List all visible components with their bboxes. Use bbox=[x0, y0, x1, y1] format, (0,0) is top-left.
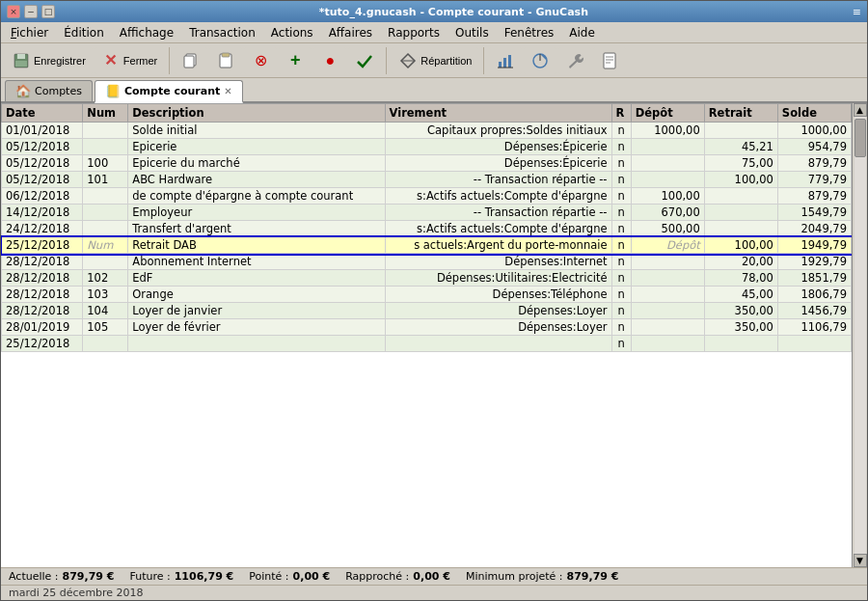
cell-virement[interactable]: Dépenses:Utilitaires:Electricité bbox=[385, 270, 611, 287]
cell-num[interactable]: 102 bbox=[83, 270, 128, 287]
cell-solde[interactable]: 779,79 bbox=[777, 172, 851, 188]
cell-date[interactable]: 25/12/2018 bbox=[2, 336, 83, 352]
cell-solde[interactable]: 1000,00 bbox=[777, 123, 851, 139]
cell-num[interactable]: 104 bbox=[83, 303, 128, 319]
table-row[interactable]: 05/12/2018 Epicerie Dépenses:Épicerie n … bbox=[2, 139, 852, 155]
table-row[interactable]: 14/12/2018 Employeur -- Transaction répa… bbox=[2, 205, 852, 221]
cell-virement[interactable]: s:Actifs actuels:Compte d'épargne bbox=[385, 188, 611, 205]
cell-desc[interactable]: Employeur bbox=[128, 205, 385, 221]
cell-solde[interactable]: 879,79 bbox=[777, 188, 851, 205]
cell-r[interactable]: n bbox=[611, 123, 631, 139]
cell-virement[interactable]: s actuels:Argent du porte-monnaie bbox=[385, 237, 611, 254]
menu-transaction[interactable]: Transaction bbox=[181, 24, 263, 41]
cell-num[interactable] bbox=[83, 205, 128, 221]
cell-desc[interactable]: ABC Hardware bbox=[128, 172, 385, 188]
cell-num[interactable]: Num bbox=[83, 237, 128, 254]
cell-depot[interactable] bbox=[631, 270, 704, 287]
cell-desc[interactable]: Epicerie bbox=[128, 139, 385, 155]
cell-retrait[interactable]: 45,00 bbox=[704, 287, 777, 303]
menu-rapports[interactable]: Rapports bbox=[380, 24, 448, 41]
cell-desc[interactable]: Abonnement Internet bbox=[128, 254, 385, 270]
table-row[interactable]: 28/12/2018 Abonnement Internet Dépenses:… bbox=[2, 254, 852, 270]
cell-solde[interactable]: 2049,79 bbox=[777, 221, 851, 237]
cell-retrait[interactable]: 100,00 bbox=[704, 172, 777, 188]
table-row[interactable]: 28/12/2018 103 Orange Dépenses:Téléphone… bbox=[2, 287, 852, 303]
toolbar-btn-copy[interactable] bbox=[175, 47, 207, 74]
scroll-thumb[interactable] bbox=[854, 119, 866, 157]
cell-num[interactable] bbox=[83, 336, 128, 352]
cell-solde[interactable]: 1949,79 bbox=[777, 237, 851, 254]
menu-fenetres[interactable]: Fenêtres bbox=[497, 24, 562, 41]
tab-comptes[interactable]: 🏠 Comptes bbox=[5, 80, 93, 101]
table-row[interactable]: 25/12/2018 n bbox=[2, 336, 852, 352]
cell-retrait[interactable] bbox=[704, 221, 777, 237]
cell-virement[interactable]: Dépenses:Téléphone bbox=[385, 287, 611, 303]
tab-close-icon[interactable]: ✕ bbox=[224, 86, 231, 96]
cell-depot[interactable] bbox=[631, 303, 704, 319]
table-row[interactable]: 01/01/2018 Solde initial Capitaux propre… bbox=[2, 123, 852, 139]
table-row[interactable]: 05/12/2018 100 Epicerie du marché Dépens… bbox=[2, 155, 852, 172]
scrollbar[interactable]: ▲ ▼ bbox=[852, 103, 867, 567]
menu-outils[interactable]: Outils bbox=[448, 24, 497, 41]
cell-num[interactable] bbox=[83, 188, 128, 205]
toolbar-btn-chart1[interactable] bbox=[489, 47, 522, 74]
cell-solde[interactable]: 1806,79 bbox=[777, 287, 851, 303]
scroll-down-btn[interactable]: ▼ bbox=[854, 554, 867, 567]
cell-desc[interactable]: de compte d'épargne à compte courant bbox=[128, 188, 385, 205]
cell-num[interactable]: 101 bbox=[83, 172, 128, 188]
cell-desc[interactable]: Loyer de janvier bbox=[128, 303, 385, 319]
cell-retrait[interactable] bbox=[704, 205, 777, 221]
cell-num[interactable] bbox=[83, 123, 128, 139]
toolbar-btn-add[interactable]: + bbox=[279, 47, 312, 74]
toolbar-btn-chart2[interactable] bbox=[524, 47, 556, 74]
toolbar-btn-paste[interactable] bbox=[209, 47, 242, 74]
cell-r[interactable]: n bbox=[611, 221, 631, 237]
cell-desc[interactable]: Transfert d'argent bbox=[128, 221, 385, 237]
cell-virement[interactable] bbox=[385, 336, 611, 352]
cell-date[interactable]: 06/12/2018 bbox=[2, 188, 83, 205]
cell-desc[interactable]: Orange bbox=[128, 287, 385, 303]
cell-r[interactable]: n bbox=[611, 188, 631, 205]
cell-retrait[interactable]: 350,00 bbox=[704, 319, 777, 336]
cell-depot[interactable] bbox=[631, 172, 704, 188]
cell-desc[interactable] bbox=[128, 336, 385, 352]
cell-r[interactable]: n bbox=[611, 139, 631, 155]
window-max-btn[interactable]: □ bbox=[41, 5, 55, 18]
menu-affaires[interactable]: Affaires bbox=[321, 24, 380, 41]
cell-retrait[interactable]: 78,00 bbox=[704, 270, 777, 287]
cell-solde[interactable]: 1851,79 bbox=[777, 270, 851, 287]
cell-r[interactable]: n bbox=[611, 319, 631, 336]
cell-desc[interactable]: Loyer de février bbox=[128, 319, 385, 336]
table-row[interactable]: 28/12/2018 102 EdF Dépenses:Utilitaires:… bbox=[2, 270, 852, 287]
cell-num[interactable] bbox=[83, 139, 128, 155]
cell-num[interactable] bbox=[83, 221, 128, 237]
cell-date[interactable]: 05/12/2018 bbox=[2, 139, 83, 155]
repartition-button[interactable]: Répartition bbox=[392, 47, 478, 74]
window-close-btn[interactable]: × bbox=[7, 5, 20, 18]
cell-virement[interactable]: Dépenses:Épicerie bbox=[385, 139, 611, 155]
cell-retrait[interactable]: 75,00 bbox=[704, 155, 777, 172]
cell-desc[interactable]: Solde initial bbox=[128, 123, 385, 139]
cell-retrait[interactable] bbox=[704, 188, 777, 205]
cell-virement[interactable]: Dépenses:Internet bbox=[385, 254, 611, 270]
cell-solde[interactable]: 1106,79 bbox=[777, 319, 851, 336]
menu-affichage[interactable]: Affichage bbox=[112, 24, 181, 41]
cell-r[interactable]: n bbox=[611, 270, 631, 287]
close-button[interactable]: ✕ Fermer bbox=[95, 47, 164, 74]
cell-date[interactable]: 28/12/2018 bbox=[2, 303, 83, 319]
table-row[interactable]: 06/12/2018 de compte d'épargne à compte … bbox=[2, 188, 852, 205]
save-button[interactable]: Enregistrer bbox=[5, 47, 93, 74]
cell-solde[interactable]: 1456,79 bbox=[777, 303, 851, 319]
cell-retrait[interactable]: 45,21 bbox=[704, 139, 777, 155]
cell-virement[interactable]: Dépenses:Loyer bbox=[385, 319, 611, 336]
cell-virement[interactable]: -- Transaction répartie -- bbox=[385, 172, 611, 188]
cell-virement[interactable]: s:Actifs actuels:Compte d'épargne bbox=[385, 221, 611, 237]
cell-date[interactable]: 05/12/2018 bbox=[2, 155, 83, 172]
cell-r[interactable]: n bbox=[611, 237, 631, 254]
cell-r[interactable]: n bbox=[611, 172, 631, 188]
cell-date[interactable]: 14/12/2018 bbox=[2, 205, 83, 221]
cell-date[interactable]: 28/01/2019 bbox=[2, 319, 83, 336]
cell-solde[interactable]: 879,79 bbox=[777, 155, 851, 172]
cell-solde[interactable]: 1549,79 bbox=[777, 205, 851, 221]
cell-retrait[interactable] bbox=[704, 336, 777, 352]
